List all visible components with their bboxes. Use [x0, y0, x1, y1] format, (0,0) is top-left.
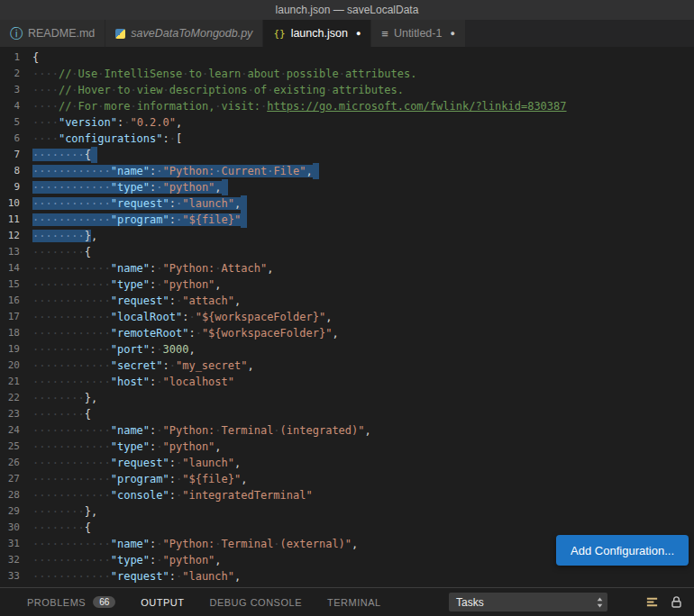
code-line[interactable]: 8············"name":·"Python:·Current·Fi… [0, 163, 694, 179]
code-line[interactable]: 11············"program":·"${file}" [0, 212, 694, 228]
line-number[interactable]: 3 [0, 82, 32, 98]
line-number[interactable]: 8 [0, 163, 32, 179]
code-token: : [163, 359, 169, 372]
code-line[interactable]: 18············"remoteRoot":·"${workspace… [0, 325, 694, 341]
code-line[interactable]: 2····//·Use·IntelliSense·to·learn·about·… [0, 66, 694, 82]
code-token: , [325, 311, 332, 323]
tab-untitled-1[interactable]: ≡ Untitled-1 ● [371, 20, 466, 47]
code-editor[interactable]: 1{2····//·Use·IntelliSense·to·learn·abou… [0, 47, 694, 587]
whitespace-dots: ············ [32, 327, 111, 340]
line-number[interactable]: 26 [0, 455, 32, 471]
code-line[interactable]: 20············"secret":·"my_secret", [0, 358, 694, 374]
line-number[interactable]: 23 [0, 406, 32, 422]
code-line[interactable]: 10············"request":·"launch", [0, 195, 694, 212]
code-token: existing [273, 84, 325, 96]
line-number[interactable]: 6 [0, 131, 32, 147]
line-number[interactable]: 4 [0, 98, 32, 114]
code-token: "remoteRoot" [111, 327, 189, 340]
tab-savedata-py[interactable]: saveDataToMongodb.py [105, 20, 263, 47]
line-number[interactable]: 5 [0, 114, 32, 131]
tab-readme[interactable]: ⓘ README.md [0, 20, 105, 47]
panel-tab-terminal[interactable]: TERMINAL [327, 597, 381, 608]
line-number[interactable]: 30 [0, 520, 32, 536]
line-number[interactable]: 9 [0, 179, 32, 195]
code-token: "Python: [163, 262, 215, 275]
line-number[interactable]: 11 [0, 212, 32, 228]
code-line[interactable]: 12········}, [0, 228, 694, 244]
code-line[interactable]: 25············"type":·"python", [0, 439, 694, 455]
tab-launch-json[interactable]: {} launch.json ● [263, 20, 371, 47]
code-line[interactable]: 3····//·Hover·to·view·descriptions·of·ex… [0, 82, 694, 98]
code-line[interactable]: 7········{ [0, 147, 694, 163]
code-text: ········{ [32, 520, 694, 536]
code-line[interactable]: 4····//·For·more·information,·visit:·htt… [0, 98, 694, 114]
code-token: view [137, 84, 163, 96]
line-number[interactable]: 7 [0, 147, 32, 163]
code-line[interactable]: 23········{ [0, 406, 694, 422]
code-token: IntelliSense [105, 68, 183, 80]
code-token: : [169, 457, 176, 469]
line-number[interactable]: 19 [0, 341, 32, 358]
code-line[interactable]: 30········{ [0, 520, 694, 536]
code-line[interactable]: 21············"host":·"localhost" [0, 374, 694, 390]
line-number[interactable]: 17 [0, 309, 32, 325]
code-line[interactable]: 6····"configurations":·[ [0, 131, 694, 147]
code-line[interactable]: 22········}, [0, 390, 694, 406]
line-number[interactable]: 32 [0, 552, 32, 568]
whitespace-dots: · [156, 376, 162, 388]
code-token: Hover [78, 84, 111, 96]
line-number[interactable]: 13 [0, 244, 32, 260]
whitespace-dots: ···· [32, 84, 59, 96]
line-number[interactable]: 20 [0, 358, 32, 374]
add-configuration-button[interactable]: Add Configuration... [556, 535, 689, 566]
code-token: "localhost" [163, 376, 234, 388]
code-token: "type" [111, 440, 150, 453]
code-line[interactable]: 5····"version":·"0.2.0", [0, 114, 694, 131]
line-number[interactable]: 18 [0, 325, 32, 341]
code-line[interactable]: 13········{ [0, 244, 694, 260]
code-line[interactable]: 17············"localRoot":·"${workspaceF… [0, 309, 694, 325]
line-number[interactable]: 24 [0, 422, 32, 439]
line-number[interactable]: 22 [0, 390, 32, 406]
code-token: "type" [111, 181, 150, 194]
code-token: , [91, 230, 97, 242]
code-line[interactable]: 28············"console":·"integratedTerm… [0, 487, 694, 503]
code-line[interactable]: 27············"program":·"${file}", [0, 471, 694, 487]
panel-tab-problems[interactable]: PROBLEMS 66 [27, 596, 115, 608]
line-number[interactable]: 14 [0, 260, 32, 276]
code-line[interactable]: 26············"request":·"launch", [0, 455, 694, 471]
code-text: ········}, [32, 503, 694, 520]
line-number[interactable]: 21 [0, 374, 32, 390]
scroll-lock-icon[interactable] [670, 595, 683, 609]
line-number[interactable]: 2 [0, 66, 32, 82]
code-text: ············"request":·"launch", [32, 455, 694, 471]
code-line[interactable]: 19············"port":·3000, [0, 341, 694, 358]
clear-output-icon[interactable] [645, 595, 659, 609]
line-number[interactable]: 15 [0, 276, 32, 293]
modified-indicator[interactable]: ● [450, 30, 454, 38]
line-number[interactable]: 27 [0, 471, 32, 487]
code-token: "python" [163, 554, 215, 566]
code-line[interactable]: 33············"request":·"launch", [0, 568, 694, 584]
code-line[interactable]: 9············"type":·"python", [0, 179, 694, 195]
code-line[interactable]: 14············"name":·"Python:·Attach", [0, 260, 694, 276]
panel-tab-output[interactable]: OUTPUT [141, 597, 184, 608]
line-number[interactable]: 1 [0, 50, 32, 66]
line-number[interactable]: 33 [0, 568, 32, 584]
code-line[interactable]: 16············"request":·"attach", [0, 293, 694, 309]
code-token: }, [85, 392, 97, 404]
output-channel-dropdown[interactable]: Tasks [449, 593, 607, 611]
line-number[interactable]: 25 [0, 439, 32, 455]
code-line[interactable]: 1{ [0, 50, 694, 66]
code-line[interactable]: 15············"type":·"python", [0, 276, 694, 293]
line-number[interactable]: 16 [0, 293, 32, 309]
line-number[interactable]: 29 [0, 503, 32, 520]
code-line[interactable]: 24············"name":·"Python:·Terminal·… [0, 422, 694, 439]
line-number[interactable]: 12 [0, 228, 32, 244]
line-number[interactable]: 28 [0, 487, 32, 503]
line-number[interactable]: 31 [0, 536, 32, 552]
code-line[interactable]: 29········}, [0, 503, 694, 520]
line-number[interactable]: 10 [0, 195, 32, 212]
modified-indicator[interactable]: ● [356, 30, 361, 38]
panel-tab-debug-console[interactable]: DEBUG CONSOLE [210, 597, 302, 608]
